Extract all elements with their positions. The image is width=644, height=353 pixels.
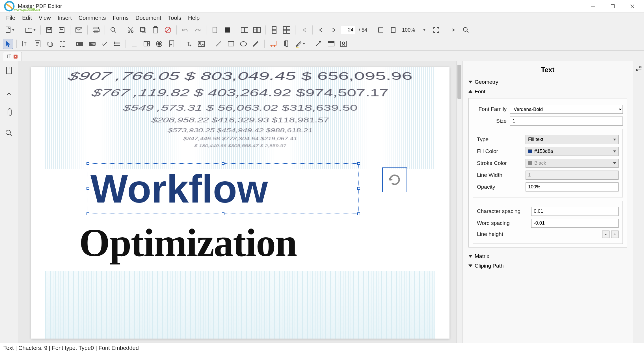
- paste-button[interactable]: [150, 25, 161, 35]
- bookmarks-panel-icon[interactable]: [3, 86, 15, 97]
- checkbox-tool[interactable]: [100, 39, 110, 49]
- attachments-panel-icon[interactable]: [3, 107, 15, 118]
- tab-close-icon[interactable]: [14, 55, 18, 59]
- svg-rect-11: [94, 27, 98, 29]
- save-button[interactable]: [44, 25, 54, 35]
- redo-button[interactable]: [193, 25, 203, 35]
- font-size-label: Size: [473, 118, 507, 124]
- svg-point-72: [240, 42, 247, 46]
- pencil-tool[interactable]: [251, 39, 261, 49]
- menu-help[interactable]: Help: [185, 13, 203, 23]
- type-select[interactable]: Fill text: [526, 135, 619, 144]
- signature-tool[interactable]: [167, 39, 177, 49]
- print-button[interactable]: [91, 25, 101, 35]
- new-file-button[interactable]: [3, 25, 16, 35]
- fill-color-select[interactable]: #153d8a: [526, 147, 619, 156]
- font-size-input[interactable]: [510, 117, 623, 126]
- menu-file[interactable]: File: [3, 13, 19, 23]
- image-button[interactable]: [196, 39, 206, 49]
- opacity-input[interactable]: [526, 182, 619, 191]
- form-tool[interactable]: [33, 39, 43, 49]
- lineh-plus[interactable]: +: [611, 231, 619, 238]
- close-button[interactable]: [623, 0, 642, 12]
- stroke-color-select: Black: [526, 159, 619, 168]
- fit-width-button[interactable]: [388, 25, 398, 35]
- menu-document[interactable]: Document: [132, 13, 165, 23]
- save-as-button[interactable]: [57, 25, 67, 35]
- text-field-tool[interactable]: [75, 39, 85, 49]
- highlight-tool[interactable]: [293, 39, 306, 49]
- two-page-button[interactable]: [239, 25, 250, 35]
- attachment-tool[interactable]: [280, 39, 291, 49]
- rect-tool[interactable]: [226, 39, 236, 49]
- pages-panel-icon[interactable]: [3, 65, 15, 76]
- lineh-minus[interactable]: -: [602, 231, 610, 238]
- fullscreen-button[interactable]: [431, 25, 441, 35]
- redact-tool[interactable]: [326, 39, 336, 49]
- font-family-select[interactable]: Verdana-Bold: [510, 105, 623, 114]
- arrow-tool[interactable]: [314, 39, 324, 49]
- wordsp-input[interactable]: [531, 219, 619, 228]
- svg-rect-7: [48, 27, 51, 29]
- find-button[interactable]: [108, 25, 118, 35]
- menu-edit[interactable]: Edit: [19, 13, 35, 23]
- section-matrix[interactable]: Matrix: [467, 251, 628, 261]
- single-page-button[interactable]: [210, 25, 220, 35]
- menu-forms[interactable]: Forms: [109, 13, 132, 23]
- fit-page-button[interactable]: [376, 25, 386, 35]
- ellipse-tool[interactable]: [238, 39, 248, 49]
- continuous-facing-button[interactable]: [282, 25, 292, 35]
- delete-button[interactable]: [163, 25, 173, 35]
- page-number-input[interactable]: [341, 26, 355, 34]
- more-button[interactable]: [448, 25, 459, 35]
- minimize-button[interactable]: [583, 0, 603, 12]
- page-total-label: / 54: [359, 27, 367, 33]
- dropdown-tool[interactable]: [142, 39, 152, 49]
- hand-tool[interactable]: [45, 39, 55, 49]
- selection-box[interactable]: [88, 163, 359, 214]
- vertical-scrollbar[interactable]: [456, 61, 463, 343]
- menu-view[interactable]: View: [35, 13, 54, 23]
- svg-rect-22: [153, 27, 158, 33]
- charsp-input[interactable]: [531, 207, 619, 216]
- document-tab[interactable]: IT: [3, 52, 22, 61]
- radio-tool[interactable]: [154, 39, 164, 49]
- continuous-button[interactable]: [269, 25, 279, 35]
- list-tool[interactable]: [112, 39, 122, 49]
- menu-tools[interactable]: Tools: [165, 13, 185, 23]
- corner-tool[interactable]: [129, 39, 139, 49]
- button-tool[interactable]: OK: [87, 39, 97, 49]
- menu-comments[interactable]: Comments: [75, 13, 109, 23]
- text-select-tool[interactable]: T: [20, 39, 30, 49]
- panel-settings-icon[interactable]: [635, 66, 642, 72]
- undo-button[interactable]: [180, 25, 190, 35]
- fill-color-button[interactable]: [222, 25, 232, 35]
- cut-button[interactable]: [126, 25, 136, 35]
- menu-insert[interactable]: Insert: [54, 13, 75, 23]
- next-page-button[interactable]: [329, 25, 339, 35]
- rotate-handle[interactable]: [382, 167, 407, 192]
- text-button[interactable]: T+: [184, 39, 194, 49]
- comment-rect-tool[interactable]: [268, 39, 278, 49]
- stamp-tool[interactable]: [338, 39, 349, 49]
- search-panel-icon[interactable]: [3, 128, 15, 139]
- section-clip[interactable]: Cliping Path: [467, 261, 628, 271]
- first-page-button[interactable]: [299, 25, 309, 35]
- canvas[interactable]: $907 ,766.05 $ 803,049.45 $ 656,095.96 $…: [18, 61, 463, 343]
- section-geometry[interactable]: Geometry: [467, 77, 628, 87]
- maximize-button[interactable]: [603, 0, 623, 12]
- search-button[interactable]: [461, 25, 471, 35]
- zoom-dropdown[interactable]: [419, 25, 429, 35]
- line-tool[interactable]: [213, 39, 224, 49]
- watermark: www.pc0359.cn: [14, 7, 40, 12]
- prev-page-button[interactable]: [316, 25, 326, 35]
- tools-toolbar: T OK T+: [0, 37, 644, 51]
- edit-object-tool[interactable]: [57, 39, 68, 49]
- open-file-button[interactable]: [23, 25, 37, 35]
- select-tool[interactable]: [3, 39, 13, 49]
- email-button[interactable]: [74, 25, 84, 35]
- svg-rect-34: [272, 30, 276, 33]
- section-font[interactable]: Font: [467, 87, 628, 96]
- two-page-cover-button[interactable]: [252, 25, 262, 35]
- copy-button[interactable]: [138, 25, 148, 35]
